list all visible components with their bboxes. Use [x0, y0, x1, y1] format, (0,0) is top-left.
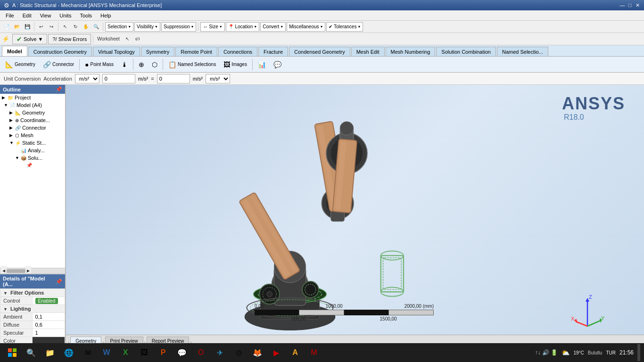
tree-mesh[interactable]: ▶ ⬡ Mesh: [0, 132, 65, 139]
tab-mesh-edit[interactable]: Mesh Edit: [351, 47, 385, 56]
menu-help[interactable]: Help: [97, 12, 115, 19]
solve-button[interactable]: ✔ Solve ▼: [12, 34, 47, 44]
maximize-button[interactable]: □: [627, 2, 633, 8]
tree-solution-item[interactable]: 📌: [0, 162, 65, 169]
rb-geometry[interactable]: 📐 Geometry: [2, 58, 39, 71]
filter-collapse-icon[interactable]: ▼: [3, 291, 8, 296]
tab-connections[interactable]: Connections: [218, 47, 257, 56]
menu-edit[interactable]: Edit: [19, 12, 35, 19]
rb-chart[interactable]: 📊: [255, 58, 269, 71]
taskbar-edge[interactable]: 🌐: [60, 344, 77, 361]
show-desktop-btn[interactable]: [637, 344, 640, 361]
tab-report-preview[interactable]: Report Preview: [147, 337, 189, 343]
taskbar-youtube[interactable]: ▶: [268, 344, 285, 361]
selection-dropdown[interactable]: Selection ▼: [105, 22, 133, 32]
tree-expand-mesh[interactable]: ▶: [9, 133, 14, 138]
tb-save[interactable]: 💾: [23, 22, 32, 32]
tb-new[interactable]: 📄: [2, 22, 11, 32]
tree-expand-project[interactable]: ▶: [2, 95, 7, 100]
tab-solution-combination[interactable]: Solution Combination: [436, 47, 496, 56]
tolerances-dropdown[interactable]: ✔ Tolerances ▼: [326, 22, 363, 32]
accel-unit2-dropdown[interactable]: m/s²: [206, 74, 230, 83]
menu-view[interactable]: View: [36, 12, 55, 19]
tree-expand-model[interactable]: ▼: [4, 103, 8, 107]
rb-images[interactable]: 🖼 Images: [220, 58, 250, 71]
menu-tools[interactable]: Tools: [76, 12, 96, 19]
tab-geometry[interactable]: Geometry: [70, 337, 101, 343]
tree-expand-conn[interactable]: ▶: [9, 125, 14, 130]
rb-connector[interactable]: 🔗 Connector: [40, 58, 77, 71]
accel-value1-input[interactable]: [102, 74, 135, 83]
rb-coordinate-sys[interactable]: ⊕: [135, 58, 148, 71]
convert-dropdown[interactable]: Convert ▼: [260, 22, 286, 32]
rb-comments[interactable]: 💬: [270, 58, 285, 71]
menu-units[interactable]: Units: [56, 12, 75, 19]
tb-open[interactable]: 📂: [12, 22, 22, 32]
tab-named-selection[interactable]: Named Selectio...: [497, 47, 548, 56]
search-taskbar-button[interactable]: 🔍: [23, 344, 40, 361]
taskbar-chrome[interactable]: ⊙: [230, 344, 247, 361]
tree-model[interactable]: ▼ 📄 Model (A4): [0, 101, 65, 109]
taskbar-opera[interactable]: O: [192, 344, 209, 361]
tree-analysis[interactable]: 📊 Analy...: [0, 147, 65, 154]
tag-btn[interactable]: 🏷: [133, 34, 142, 44]
outline-scrollbar[interactable]: ◀ ▶: [0, 268, 65, 273]
start-button[interactable]: [4, 344, 21, 361]
taskbar-firefox[interactable]: 🦊: [249, 344, 266, 361]
diffuse-value[interactable]: 0,6: [32, 321, 65, 329]
color-value[interactable]: [32, 337, 65, 344]
tb-pan[interactable]: ✋: [81, 22, 91, 32]
details-pin[interactable]: 📌: [56, 279, 62, 285]
tab-condensed-geometry[interactable]: Condensed Geometry: [289, 47, 350, 56]
location-dropdown[interactable]: 📍 Location ▼: [226, 22, 260, 32]
tab-model[interactable]: Model: [2, 46, 27, 56]
viewport-canvas[interactable]: ANSYS R18.0: [66, 85, 644, 343]
tab-print-preview[interactable]: Print Preview: [105, 337, 143, 343]
tab-construction-geometry[interactable]: Construction Geometry: [28, 47, 92, 56]
tree-connections[interactable]: ▶ 🔗 Connector: [0, 124, 65, 132]
ambient-value[interactable]: 0,1: [32, 313, 65, 321]
minimize-button[interactable]: —: [619, 2, 625, 8]
scroll-left[interactable]: ◀: [1, 266, 7, 274]
tree-solution[interactable]: ▼ 📦 Solu...: [0, 154, 65, 162]
miscellaneous-dropdown[interactable]: Miscellaneous ▼: [287, 22, 325, 32]
tree-expand-static[interactable]: ▼: [9, 140, 14, 145]
tb-zoom[interactable]: 🔍: [91, 22, 101, 32]
taskbar-teams[interactable]: 💬: [173, 344, 190, 361]
worksheet-button[interactable]: Worksheet: [95, 34, 122, 44]
taskbar-word[interactable]: W: [98, 344, 115, 361]
taskbar-photos[interactable]: 🖼: [136, 344, 153, 361]
size-dropdown[interactable]: ↔ Size ▼: [200, 22, 224, 32]
tree-geometry[interactable]: ▶ 📐 Geometry: [0, 109, 65, 116]
accel-value2-input[interactable]: [157, 74, 190, 83]
outline-pin[interactable]: 📌: [56, 86, 62, 92]
taskbar-file-manager[interactable]: 📁: [41, 344, 58, 361]
menu-file[interactable]: File: [2, 12, 18, 19]
tab-virtual-topology[interactable]: Virtual Topology: [93, 47, 140, 56]
tab-fracture[interactable]: Fracture: [258, 47, 288, 56]
lang-indicator[interactable]: TUR: [606, 350, 616, 355]
lighting-collapse-icon[interactable]: ▼: [3, 307, 8, 312]
tree-expand-geometry[interactable]: ▶: [9, 110, 14, 115]
taskbar-powerpoint[interactable]: P: [155, 344, 172, 361]
suppression-dropdown[interactable]: Suppression ▼: [161, 22, 197, 32]
cursor-mode-btn[interactable]: ↖: [123, 34, 132, 44]
tab-remote-point[interactable]: Remote Point: [175, 47, 217, 56]
outline-tree[interactable]: ▶ 📁 Project ▼ 📄 Model (A4) ▶ 📐 Geom: [0, 94, 65, 268]
tree-coordinate-systems[interactable]: ▶ ⊕ Coordinate...: [0, 116, 65, 124]
taskbar-mail[interactable]: ✉: [79, 344, 96, 361]
rb-mesh[interactable]: ⬡: [149, 58, 161, 71]
tb-cursor[interactable]: ↖: [60, 22, 70, 32]
taskbar-ansys[interactable]: A: [287, 344, 304, 361]
rb-thermal-point[interactable]: 🌡: [118, 58, 131, 71]
close-button[interactable]: ✕: [635, 2, 640, 8]
tb-rotate[interactable]: ↻: [71, 22, 80, 32]
scroll-thumb[interactable]: [7, 269, 25, 273]
tree-expand-coord[interactable]: ▶: [9, 118, 14, 123]
specular-value[interactable]: 1: [32, 329, 65, 337]
tab-symmetry[interactable]: Symmetry: [141, 47, 175, 56]
tree-static-struct[interactable]: ▼ ⚡ Static St...: [0, 139, 65, 147]
tb-redo[interactable]: ↪: [47, 22, 56, 32]
rb-named-selection[interactable]: 📋 Named Selections: [165, 58, 219, 71]
scroll-right[interactable]: ▶: [25, 266, 31, 274]
